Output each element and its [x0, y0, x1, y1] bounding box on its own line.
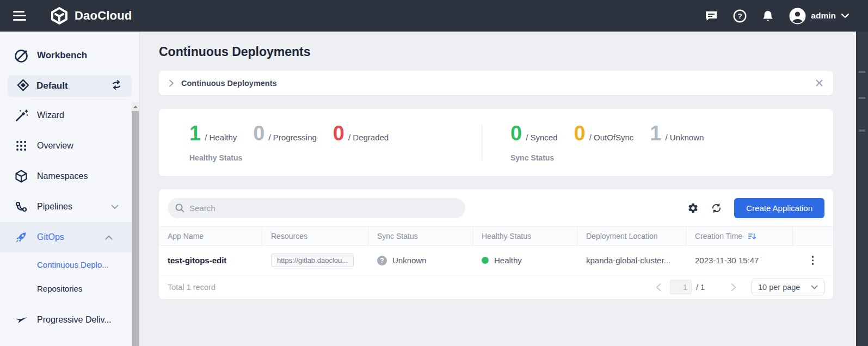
- previous-page-icon[interactable]: [655, 283, 661, 292]
- cell-app-name[interactable]: test-gitops-edit: [168, 256, 226, 265]
- sidebar-item-label: Workbench: [37, 50, 87, 61]
- status-summary-card: 1 / Healthy 0 / Progressing 0 / Degraded…: [159, 109, 833, 176]
- settings-gear-icon[interactable]: [687, 202, 699, 214]
- sidebar-item-progressive-delivery[interactable]: Progressive Deliv...: [0, 305, 139, 335]
- stat-degraded-value: 0: [333, 123, 344, 144]
- stat-synced: 0 / Synced: [510, 123, 558, 144]
- column-header-resources: Resources: [262, 227, 368, 245]
- table-row[interactable]: test-gitops-edit https://gitlab.daoclou.…: [159, 246, 833, 275]
- sync-status-block: 0 / Synced 0 / OutOfSync 1 / Unknown Syn…: [510, 123, 704, 162]
- messages-icon[interactable]: [704, 9, 718, 22]
- brand-logo[interactable]: DaoCloud: [50, 7, 132, 25]
- notifications-bell-icon[interactable]: [761, 9, 774, 22]
- page-title: Continuous Deployments: [159, 45, 311, 59]
- chevron-up-icon: [105, 235, 113, 240]
- user-chevron-down-icon: [841, 13, 849, 18]
- sidebar-item-namespaces[interactable]: Namespaces: [0, 161, 139, 191]
- overview-grid-icon: [13, 139, 29, 152]
- brand-name: DaoCloud: [75, 9, 132, 23]
- stat-progressing: 0 / Progressing: [253, 123, 317, 144]
- stat-healthy-label: / Healthy: [205, 133, 237, 142]
- cell-creation-time: 2023-11-30 15:47: [695, 256, 759, 265]
- stat-healthy-value: 1: [189, 123, 201, 144]
- workspace-icon: [16, 78, 30, 94]
- svg-text:?: ?: [738, 12, 742, 20]
- scrollbar-up-arrow[interactable]: [132, 102, 139, 111]
- help-icon[interactable]: ?: [733, 9, 747, 23]
- select-chevron-down-icon: [811, 285, 818, 289]
- column-header-deployment-location: Deployment Location: [577, 227, 686, 245]
- table-header-row: App Name Resources Sync Status Healthy S…: [159, 226, 833, 246]
- switch-workspace-icon[interactable]: [110, 78, 123, 94]
- stats-divider: [482, 125, 482, 160]
- applications-table-card: Create Application App Name Resources Sy…: [159, 189, 833, 299]
- user-menu[interactable]: admin: [789, 8, 849, 24]
- scrollbar-thumb[interactable]: [132, 111, 139, 346]
- create-application-button[interactable]: Create Application: [734, 198, 824, 218]
- sidebar-item-wizard[interactable]: Wizard: [0, 100, 139, 131]
- sidebar-scrollbar[interactable]: [132, 102, 139, 346]
- stat-healthy: 1 / Healthy: [189, 123, 237, 144]
- stat-degraded: 0 / Degraded: [333, 123, 389, 144]
- sidebar-item-label: Overview: [37, 141, 73, 151]
- workbench-icon: [13, 48, 29, 64]
- next-page-icon[interactable]: [731, 283, 737, 292]
- cell-healthy-status: Healthy: [494, 256, 522, 265]
- top-navbar: DaoCloud ?: [0, 0, 868, 32]
- page-size-value: 10 per page: [758, 283, 800, 292]
- hamburger-menu-icon[interactable]: [13, 11, 26, 21]
- sidebar-subitem-continuous-deployments[interactable]: Continuous Deplo...: [0, 252, 139, 276]
- table-footer: Total 1 record / 1 10: [159, 275, 833, 299]
- chevron-down-icon: [111, 205, 119, 209]
- page-scrollbar[interactable]: [856, 32, 868, 346]
- column-header-creation-time: Creation Time: [686, 227, 793, 245]
- cell-deployment-location: kpanda-global-cluster...: [586, 256, 670, 265]
- breadcrumb-chevron-icon: [169, 79, 174, 87]
- daocloud-app: DaoCloud ?: [0, 0, 868, 346]
- sidebar-subitem-label: Repositories: [37, 284, 82, 293]
- column-header-sync-status: Sync Status: [368, 227, 473, 245]
- page-number-input[interactable]: [670, 280, 692, 294]
- stat-unknown: 1 / Unknown: [650, 123, 704, 144]
- healthy-status-block: 1 / Healthy 0 / Progressing 0 / Degraded…: [189, 123, 482, 162]
- sidebar: Workbench Default: [0, 32, 140, 346]
- cell-resource-chip[interactable]: https://gitlab.daoclou...: [271, 254, 354, 267]
- row-actions-kebab-icon[interactable]: [812, 256, 814, 265]
- search-input[interactable]: [189, 203, 458, 213]
- sidebar-item-workbench[interactable]: Workbench: [0, 40, 139, 71]
- stat-unknown-value: 1: [650, 123, 661, 144]
- search-box[interactable]: [168, 198, 465, 218]
- stat-synced-label: / Synced: [526, 133, 557, 142]
- stat-progressing-label: / Progressing: [268, 133, 316, 142]
- column-header-actions: [793, 227, 833, 245]
- sidebar-item-gitops[interactable]: GitOps: [0, 222, 133, 252]
- breadcrumb-current: Continuous Deployments: [181, 79, 277, 88]
- workspace-selector[interactable]: Default: [8, 75, 132, 97]
- stat-progressing-value: 0: [253, 123, 264, 144]
- stat-unknown-label: / Unknown: [666, 133, 704, 142]
- column-header-app-name: App Name: [159, 227, 262, 245]
- healthy-status-title: Healthy Status: [189, 153, 482, 162]
- gitops-rocket-icon: [13, 230, 29, 244]
- wizard-wand-icon: [13, 108, 29, 123]
- sidebar-item-label: Progressive Deliv...: [37, 315, 112, 325]
- stat-outofsync: 0 / OutOfSync: [574, 123, 634, 144]
- stat-outofsync-value: 0: [574, 123, 586, 144]
- total-pages-text: / 1: [696, 283, 705, 292]
- breadcrumb-close-icon[interactable]: [815, 79, 823, 87]
- refresh-icon[interactable]: [711, 202, 722, 214]
- sidebar-item-overview[interactable]: Overview: [0, 131, 139, 161]
- user-name: admin: [811, 11, 836, 21]
- stat-synced-value: 0: [510, 123, 522, 144]
- creation-time-label: Creation Time: [695, 232, 742, 240]
- avatar: [789, 8, 806, 24]
- breadcrumb: Continuous Deployments: [159, 71, 833, 95]
- sort-descending-icon[interactable]: [747, 232, 756, 241]
- sidebar-subitem-label: Continuous Deplo...: [37, 260, 109, 269]
- pipelines-icon: [13, 200, 29, 214]
- sidebar-item-label: GitOps: [37, 232, 64, 242]
- sidebar-subitem-repositories[interactable]: Repositories: [0, 276, 139, 300]
- sidebar-item-label: Pipelines: [37, 202, 72, 212]
- sidebar-item-pipelines[interactable]: Pipelines: [0, 191, 139, 222]
- page-size-select[interactable]: 10 per page: [752, 279, 824, 295]
